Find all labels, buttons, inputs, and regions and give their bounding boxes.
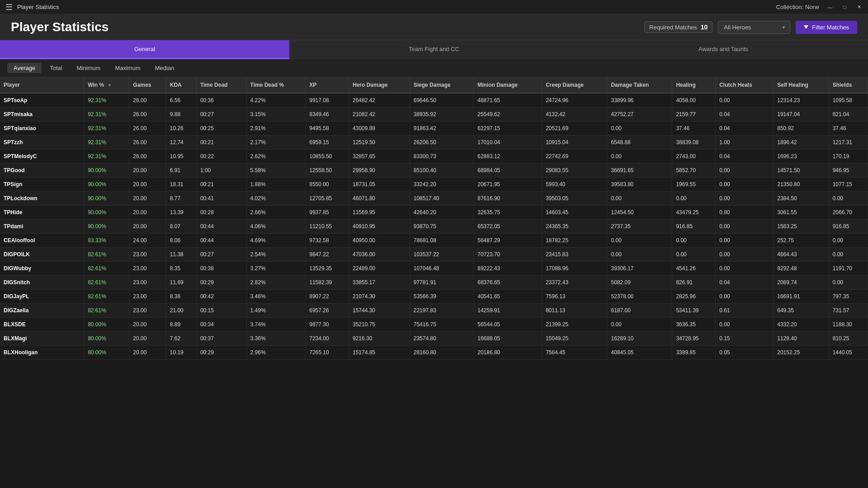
tab-general[interactable]: General [0,40,289,59]
cell-14-5: 3.46% [246,290,306,304]
cell-1-15: 621.04 [829,108,868,122]
cell-6-0: TPSign [0,178,84,192]
subtab-average[interactable]: Average [7,63,42,73]
tab-team-fight-cc[interactable]: Team Fight and CC [289,40,579,59]
cell-11-11: 0.00 [607,248,672,262]
col-self-healing[interactable]: Self Healing [774,77,829,93]
cell-9-5: 4.06% [246,220,306,234]
cell-1-4: 00:27 [196,108,246,122]
table-row: SPTsoAp92.31%26.006.5600:364.22%9917.082… [0,93,868,108]
cell-0-0: SPTsoAp [0,93,84,108]
cell-9-9: 65372.05 [474,220,542,234]
cell-11-7: 47036.00 [349,248,410,262]
subtab-median[interactable]: Median [149,63,181,73]
subtab-maximum[interactable]: Maximum [108,63,146,73]
col-player[interactable]: Player [0,77,84,93]
col-shields[interactable]: Shields [829,77,868,93]
cell-17-10: 15049.25 [542,332,607,346]
cell-15-7: 15744.30 [349,304,410,318]
cell-7-7: 46071.80 [349,192,410,206]
cell-16-1: 80.00% [84,318,129,332]
tab-awards-taunts[interactable]: Awards and Taunts [579,40,868,59]
cell-4-10: 22742.69 [542,150,607,164]
cell-14-6: 8907.22 [306,290,349,304]
cell-13-2: 23.00 [129,276,166,290]
cell-13-15: 0.00 [829,276,868,290]
col-timedead[interactable]: Time Dead [196,77,246,93]
table-container[interactable]: Player Win % ▼ Games KDA Time Dead Time … [0,77,868,474]
close-button[interactable]: ✕ [855,4,863,11]
cell-18-12: 3389.85 [672,346,716,360]
col-damage-taken[interactable]: Damage Taken [607,77,672,93]
cell-0-11: 33899.96 [607,93,672,108]
cell-1-12: 2159.77 [672,108,716,122]
cell-18-5: 2.96% [246,346,306,360]
cell-7-13: 0.00 [716,192,774,206]
cell-3-7: 12519.50 [349,136,410,150]
table-row: TPdami90.00%20.008.0700:444.06%11210.554… [0,220,868,234]
cell-17-6: 7234.00 [306,332,349,346]
col-kda[interactable]: KDA [166,77,196,93]
cell-17-7: 9216.30 [349,332,410,346]
cell-9-7: 40910.95 [349,220,410,234]
cell-12-3: 8.35 [166,262,196,276]
cell-5-1: 90.00% [84,164,129,178]
cell-13-4: 00:29 [196,276,246,290]
cell-18-7: 15174.85 [349,346,410,360]
col-creep-damage[interactable]: Creep Damage [542,77,607,93]
cell-18-11: 40845.05 [607,346,672,360]
subtab-minimum[interactable]: Minimum [71,63,107,73]
cell-2-13: 0.04 [716,122,774,136]
col-xp[interactable]: XP [306,77,349,93]
cell-5-14: 14571.50 [774,164,829,178]
cell-16-13: 0.00 [716,318,774,332]
col-winpct[interactable]: Win % ▼ [84,77,129,93]
cell-15-15: 731.57 [829,304,868,318]
subtab-total[interactable]: Total [43,63,68,73]
cell-16-3: 8.89 [166,318,196,332]
cell-14-11: 52378.00 [607,290,672,304]
cell-1-1: 92.31% [84,108,129,122]
filter-matches-button[interactable]: Filter Matches [796,21,857,34]
table-row: SPTqianxiao92.31%26.0010.2600:252.91%949… [0,122,868,136]
col-clutch-heals[interactable]: Clutch Heals [716,77,774,93]
cell-15-9: 14259.91 [474,304,542,318]
cell-15-1: 82.61% [84,304,129,318]
cell-9-1: 90.00% [84,220,129,234]
stats-table: Player Win % ▼ Games KDA Time Dead Time … [0,77,868,360]
cell-3-6: 6959.15 [306,136,349,150]
cell-0-15: 1095.58 [829,93,868,108]
cell-3-8: 26206.50 [410,136,473,150]
cell-3-2: 26.00 [129,136,166,150]
col-timedeadpct[interactable]: Time Dead % [246,77,306,93]
table-row: BLXSDE80.00%20.008.8900:343.74%9877.3035… [0,318,868,332]
cell-3-12: 38839.08 [672,136,716,150]
cell-12-0: DIGWubby [0,262,84,276]
menu-icon[interactable]: ☰ [5,2,13,12]
maximize-button[interactable]: □ [841,4,848,11]
col-siege-damage[interactable]: Siege Damage [410,77,473,93]
cell-17-12: 34728.95 [672,332,716,346]
cell-12-5: 3.27% [246,262,306,276]
cell-10-11: 0.00 [607,234,672,248]
col-hero-damage[interactable]: Hero Damage [349,77,410,93]
cell-6-14: 21350.80 [774,178,829,192]
cell-15-11: 6187.00 [607,304,672,318]
titlebar: ☰ Player Statistics Collection: None — □… [0,0,868,14]
cell-16-0: BLXSDE [0,318,84,332]
col-games[interactable]: Games [129,77,166,93]
cell-12-10: 17088.96 [542,262,607,276]
col-healing[interactable]: Healing [672,77,716,93]
table-row: DIGPOILK82.61%23.0011.3800:272.54%9847.2… [0,248,868,262]
cell-6-15: 1077.15 [829,178,868,192]
col-minion-damage[interactable]: Minion Damage [474,77,542,93]
hero-select[interactable]: All Heroes [718,21,790,34]
cell-14-1: 82.61% [84,290,129,304]
cell-15-0: DIGZaelia [0,304,84,318]
cell-6-1: 90.00% [84,178,129,192]
cell-16-10: 21399.25 [542,318,607,332]
cell-7-14: 2384.50 [774,192,829,206]
table-row: CEAlooffool83.33%24.008.0600:444.69%9732… [0,234,868,248]
minimize-button[interactable]: — [826,4,834,11]
cell-2-9: 62297.15 [474,122,542,136]
